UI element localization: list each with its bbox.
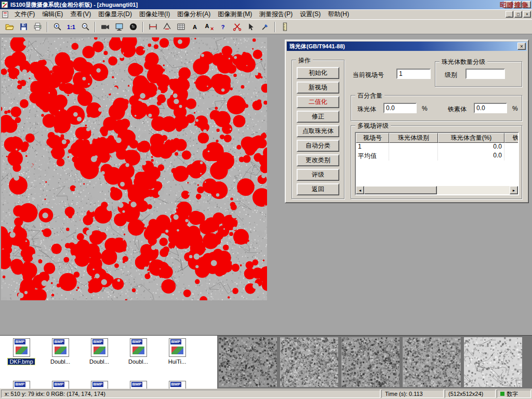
menu-image-analysis[interactable]: 图像分析(A) bbox=[174, 9, 214, 20]
minimize-button[interactable]: _ bbox=[504, 1, 512, 8]
pointer-button[interactable] bbox=[244, 21, 258, 33]
menu-settings[interactable]: 设置(S) bbox=[296, 9, 324, 20]
camera-button[interactable] bbox=[126, 21, 140, 33]
rating-table: 视场号 珠光体级别 珠光体含量(%) 铁素体含量(%) 1 0.0 平均值 bbox=[355, 132, 519, 195]
help-button[interactable]: ? bbox=[216, 21, 230, 33]
menu-image-measure[interactable]: 图像测量(M) bbox=[214, 9, 256, 20]
binarize-button[interactable]: 二值化 bbox=[297, 96, 339, 108]
zoom-out-button[interactable] bbox=[78, 21, 92, 33]
init-button[interactable]: 初始化 bbox=[297, 67, 339, 79]
header-pearlite-content[interactable]: 珠光体含量(%) bbox=[438, 133, 504, 143]
grade-button[interactable]: 评级 bbox=[297, 169, 339, 181]
angle-measure-icon bbox=[163, 22, 171, 31]
child-close-button[interactable]: × bbox=[523, 11, 531, 18]
pearlite-dialog: 珠光体(GB/T9441-88) × 操作 初始化 新视场 二值化 修正 点取珠… bbox=[285, 39, 529, 203]
file-name: Doubl... bbox=[49, 358, 72, 365]
bmp-file-icon: BMP bbox=[169, 381, 186, 389]
vertical-ruler-icon bbox=[281, 22, 289, 31]
delete-annotation-button[interactable]: A × bbox=[202, 21, 216, 33]
actual-size-button[interactable]: 1:1 bbox=[64, 21, 78, 33]
correct-button[interactable]: 修正 bbox=[297, 111, 339, 123]
bmp-file-icon: BMP bbox=[13, 381, 30, 389]
scroll-left-button[interactable]: ◄ bbox=[356, 186, 364, 194]
new-field-button[interactable]: 新视场 bbox=[297, 82, 339, 94]
file-item[interactable]: BMP Doubl... bbox=[43, 338, 77, 365]
pearlite-unit: % bbox=[422, 105, 428, 112]
file-item[interactable]: BMP bbox=[121, 381, 155, 389]
scrollbar-thumb[interactable] bbox=[364, 186, 437, 194]
header-pearlite-grade[interactable]: 珠光体级别 bbox=[389, 133, 438, 143]
current-field-input[interactable] bbox=[396, 69, 431, 79]
file-item[interactable]: BMP Doubl... bbox=[121, 338, 155, 365]
scroll-right-button[interactable]: ► bbox=[510, 186, 518, 194]
thumbnail-image[interactable] bbox=[341, 337, 400, 387]
thumbnail-image[interactable] bbox=[403, 337, 461, 387]
thumbnail-image[interactable] bbox=[280, 337, 338, 387]
picker-button[interactable] bbox=[258, 21, 272, 33]
menu-help[interactable]: 帮助(H) bbox=[324, 9, 353, 20]
child-restore-button[interactable]: □ bbox=[514, 11, 522, 18]
measure-angle-button[interactable] bbox=[160, 21, 174, 33]
auto-classify-button[interactable]: 自动分类 bbox=[297, 140, 339, 152]
child-minimize-button[interactable]: _ bbox=[506, 11, 513, 18]
close-button[interactable]: × bbox=[523, 1, 531, 8]
zoom-in-button[interactable] bbox=[50, 21, 64, 33]
print-icon bbox=[33, 22, 42, 31]
preview-button[interactable] bbox=[112, 21, 126, 33]
cell-grade bbox=[389, 152, 438, 161]
file-item[interactable]: BMP DKF.bmp bbox=[4, 338, 38, 365]
cell-pearlite: 0.0 bbox=[438, 143, 504, 152]
ferrite-value-input[interactable] bbox=[474, 103, 507, 113]
video-capture-button[interactable] bbox=[98, 21, 112, 33]
file-item[interactable]: BMP HuiTi... bbox=[160, 338, 194, 365]
table-row[interactable]: 平均值 0.0 bbox=[356, 152, 518, 161]
delete-measurement-button[interactable] bbox=[230, 21, 244, 33]
measure-length-button[interactable] bbox=[146, 21, 159, 33]
dialog-close-button[interactable]: × bbox=[517, 43, 526, 50]
cell-ferrite bbox=[504, 143, 519, 152]
table-row[interactable]: 1 0.0 bbox=[356, 143, 518, 152]
change-class-button[interactable]: 更改类别 bbox=[297, 154, 339, 166]
pearlite-value-input[interactable] bbox=[383, 103, 417, 113]
file-item[interactable]: BMP bbox=[82, 381, 116, 389]
file-item[interactable]: BMP bbox=[4, 381, 38, 389]
bmp-file-icon: BMP bbox=[91, 338, 108, 357]
header-ferrite-content[interactable]: 铁素体含量(%) bbox=[504, 133, 519, 143]
thumbnail-image[interactable] bbox=[464, 337, 522, 387]
help-icon: ? bbox=[221, 24, 225, 30]
file-item[interactable]: BMP bbox=[160, 381, 194, 389]
print-button[interactable] bbox=[31, 21, 44, 33]
menu-image-processing[interactable]: 图像处理(I) bbox=[136, 9, 174, 20]
operation-group: 操作 初始化 新视场 二值化 修正 点取珠光体 自动分类 更改类别 评级 返回 bbox=[291, 60, 344, 199]
file-item[interactable]: BMP bbox=[43, 381, 77, 389]
file-name: DKF.bmp bbox=[8, 358, 34, 365]
grade-group: 珠光体数量分级 级别 bbox=[435, 61, 522, 87]
menu-edit[interactable]: 编辑(E) bbox=[38, 9, 66, 20]
zoom-in-icon bbox=[53, 22, 62, 31]
grid-button[interactable] bbox=[174, 21, 188, 33]
menu-view[interactable]: 查看(V) bbox=[66, 9, 95, 20]
app-window: IS100显微摄像系统(金相分析版) - [zhuguangti01] _ □ … bbox=[0, 0, 532, 399]
maximize-button[interactable]: □ bbox=[513, 1, 522, 8]
file-name: Doubl... bbox=[127, 358, 150, 365]
bmp-file-icon: BMP bbox=[91, 381, 108, 389]
menu-image-display[interactable]: 图像显示(D) bbox=[95, 9, 136, 20]
dialog-title-bar[interactable]: 珠光体(GB/T9441-88) × bbox=[287, 42, 527, 51]
open-button[interactable] bbox=[3, 21, 16, 33]
status-time: Time (s): 0.113 bbox=[381, 390, 444, 398]
pick-pearlite-button[interactable]: 点取珠光体 bbox=[297, 125, 339, 137]
grade-input[interactable] bbox=[466, 69, 505, 79]
menu-file[interactable]: 文件(F) bbox=[11, 9, 38, 20]
metallograph-image[interactable] bbox=[1, 37, 267, 300]
ruler-button[interactable] bbox=[278, 21, 291, 33]
annotate-text-button[interactable]: A bbox=[188, 21, 202, 33]
cell-grade bbox=[389, 143, 438, 152]
scrollbar-track[interactable] bbox=[364, 186, 510, 194]
thumbnail-image[interactable] bbox=[219, 337, 277, 387]
grid-icon bbox=[177, 22, 185, 31]
menu-measure-report[interactable]: 测量报告(P) bbox=[256, 9, 296, 20]
header-field[interactable]: 视场号 bbox=[356, 133, 389, 143]
save-button[interactable] bbox=[17, 21, 30, 33]
return-button[interactable]: 返回 bbox=[297, 183, 339, 195]
file-item[interactable]: BMP Doubl... bbox=[82, 338, 116, 365]
